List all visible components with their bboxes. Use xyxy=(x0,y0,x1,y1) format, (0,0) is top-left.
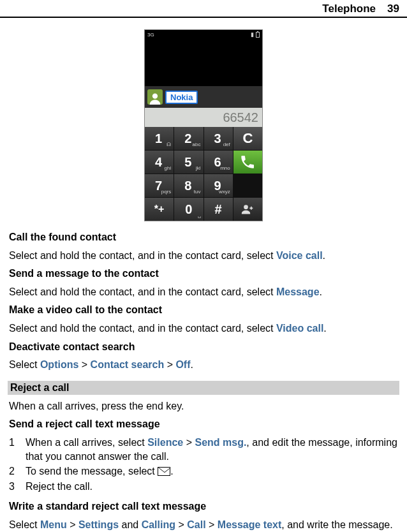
ui-voice-call: Voice call xyxy=(276,250,323,261)
ui-video-call: Video call xyxy=(276,323,323,334)
heading-deactivate-search: Deactivate contact search xyxy=(9,340,398,354)
step-1: 1 When a call arrives, select Silence > … xyxy=(9,436,398,463)
page-header: Telephone 39 xyxy=(0,0,407,18)
page-content: 3G ▮ Nokia 66542 1☊ 2abc 3def C 4ghi xyxy=(0,18,407,532)
ui-message: Message xyxy=(276,286,320,297)
phone-display-area xyxy=(145,39,262,86)
ui-silence: Silence xyxy=(147,437,183,448)
key-clear[interactable]: C xyxy=(233,127,262,150)
phone-icon xyxy=(239,154,256,170)
svg-point-1 xyxy=(244,205,249,209)
heading-call-found-contact: Call the found contact xyxy=(9,230,398,244)
phone-frame: 3G ▮ Nokia 66542 1☊ 2abc 3def C 4ghi xyxy=(144,29,263,221)
ui-calling: Calling xyxy=(142,519,175,530)
key-9[interactable]: 9wxyz xyxy=(204,174,233,197)
battery-icon xyxy=(256,32,260,38)
voicemail-icon: ☊ xyxy=(166,142,171,147)
key-6[interactable]: 6mno xyxy=(204,151,233,174)
heading-send-message: Send a message to the contact xyxy=(9,267,398,281)
ui-call: Call xyxy=(187,519,205,530)
key-1[interactable]: 1☊ xyxy=(145,127,174,150)
phone-statusbar: 3G ▮ xyxy=(145,30,262,39)
key-3[interactable]: 3def xyxy=(204,127,233,150)
key-hash[interactable]: # xyxy=(204,198,233,221)
key-5[interactable]: 5jkl xyxy=(174,151,203,174)
text-deactivate-search: Select Options > Contact search > Off. xyxy=(9,358,398,372)
ui-contact-search: Contact search xyxy=(91,359,165,370)
key-2[interactable]: 2abc xyxy=(174,127,203,150)
key-7[interactable]: 7pqrs xyxy=(145,174,174,197)
section-bar-reject-call: Reject a call xyxy=(8,381,399,395)
heading-send-reject-msg: Send a reject call text message xyxy=(9,417,398,431)
dialed-number-display: 66542 xyxy=(145,108,262,127)
add-contact-icon xyxy=(241,203,254,216)
contact-name-chip[interactable]: Nokia xyxy=(165,91,198,104)
ui-off: Off xyxy=(175,359,190,370)
key-star[interactable]: *+ xyxy=(145,198,174,221)
step-3: 3 Reject the call. xyxy=(9,480,398,494)
header-page-number: 39 xyxy=(387,3,399,15)
text-write-standard-msg: Select Menu > Settings and Calling > Cal… xyxy=(9,518,398,532)
step-2: 2 To send the message, select . xyxy=(9,464,398,478)
text-send-message: Select and hold the contact, and in the … xyxy=(9,285,398,299)
heading-write-standard-msg: Write a standard reject call text messag… xyxy=(9,499,398,514)
steps-send-reject-msg: 1 When a call arrives, select Silence > … xyxy=(9,436,398,493)
contact-result-row[interactable]: Nokia xyxy=(145,86,262,108)
key-4[interactable]: 4ghi xyxy=(145,151,174,174)
key-0[interactable]: 0␣ xyxy=(174,198,203,221)
ui-settings: Settings xyxy=(78,519,119,530)
dialer-keypad: 1☊ 2abc 3def C 4ghi 5jkl 6mno 7pqrs 8tuv… xyxy=(145,127,262,221)
status-icons: ▮ xyxy=(251,31,260,38)
ui-message-text: Message text xyxy=(218,519,282,530)
ui-menu: Menu xyxy=(40,519,67,530)
header-section: Telephone xyxy=(322,3,376,15)
envelope-icon xyxy=(158,467,170,476)
svg-point-0 xyxy=(152,94,158,99)
key-add-contact[interactable] xyxy=(233,198,262,221)
text-call-found-contact: Select and hold the contact, and in the … xyxy=(9,249,398,263)
key-8[interactable]: 8tuv xyxy=(174,174,203,197)
phone-screenshot: 3G ▮ Nokia 66542 1☊ 2abc 3def C 4ghi xyxy=(9,29,398,221)
ui-send-msg: Send msg. xyxy=(195,437,246,448)
network-indicator: 3G xyxy=(147,32,154,38)
signal-icon: ▮ xyxy=(251,31,254,38)
avatar-icon xyxy=(147,89,163,105)
ui-options: Options xyxy=(40,359,78,370)
heading-video-call: Make a video call to the contact xyxy=(9,303,398,317)
text-reject-intro: When a call arrives, press the end key. xyxy=(9,399,398,413)
text-video-call: Select and hold the contact, and in the … xyxy=(9,321,398,336)
key-call[interactable] xyxy=(233,151,262,174)
